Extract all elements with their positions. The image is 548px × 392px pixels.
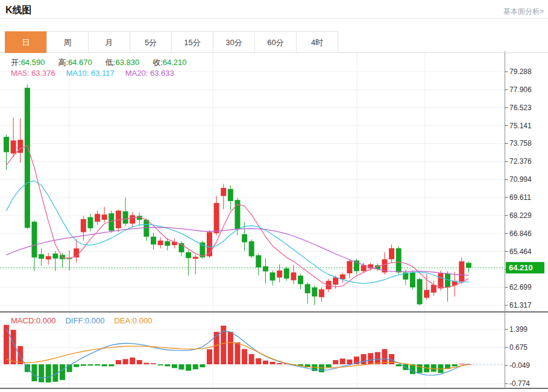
period-tab-5[interactable]: 30分 <box>213 31 255 53</box>
period-tab-3[interactable]: 5分 <box>130 31 172 53</box>
macd-bar <box>95 364 100 366</box>
candle <box>4 137 9 152</box>
axis-tick-label: 72.376 <box>509 157 532 166</box>
macd-bar <box>200 364 205 367</box>
diff-value-number: 0.000 <box>85 316 105 325</box>
candle <box>396 248 402 272</box>
axis-tick-label: 66.846 <box>509 229 532 238</box>
candle <box>270 272 276 280</box>
fundamental-analysis-link[interactable]: 基本面分析> <box>503 7 544 17</box>
ohlc-close-label: 收: <box>153 58 163 67</box>
ma20-value-label: MA20: <box>125 69 148 78</box>
dea-value-number: 0.000 <box>133 316 153 325</box>
diff-value-label: DIFF: <box>65 316 85 325</box>
candle <box>410 272 415 287</box>
macd-bar <box>263 361 268 364</box>
macd-bar <box>452 364 458 366</box>
macd-bar <box>46 364 51 382</box>
macd-bar <box>270 362 276 364</box>
macd-bar <box>277 363 282 364</box>
current-price-text: 64.210 <box>509 263 533 272</box>
macd-bar <box>361 354 367 364</box>
macd-bar <box>109 364 114 366</box>
macd-bar <box>179 364 184 370</box>
candle <box>466 263 471 267</box>
macd-bar <box>249 354 254 364</box>
ohlc-close: 收:64.210 <box>153 58 186 67</box>
candle <box>130 215 135 223</box>
axis-tick-label: 68.229 <box>509 211 532 220</box>
candle <box>312 287 317 296</box>
candle <box>81 219 86 232</box>
macd-value-number: 0.000 <box>36 316 56 325</box>
axis-tick-label: 73.758 <box>509 139 532 148</box>
ohlc-legend: 开:64.590高:64.670低:63.830收:64.210 <box>11 57 200 68</box>
axis-tick-label: 0.675 <box>509 343 528 352</box>
axis-tick-label: 70.994 <box>509 175 532 184</box>
candle <box>31 222 37 257</box>
macd-bar <box>74 364 79 367</box>
axis-tick-label: -0.774 <box>509 379 530 388</box>
candle <box>249 241 254 257</box>
macd-bar <box>165 364 170 366</box>
macd-bar <box>207 349 212 364</box>
macd-bar <box>368 353 373 364</box>
period-tab-2[interactable]: 月 <box>88 31 130 53</box>
macd-bar <box>186 364 191 371</box>
period-tabbar: 日周月5分15分30分60分4时 <box>0 31 548 53</box>
ohlc-high: 高:64.670 <box>58 58 92 67</box>
period-tab-6[interactable]: 60分 <box>254 31 297 53</box>
macd-bar <box>130 358 135 364</box>
candle <box>123 211 128 224</box>
candle <box>52 254 58 258</box>
diff-value: DIFF:0.000 <box>65 316 104 325</box>
dea-value-label: DEA: <box>114 316 132 325</box>
macd-bar <box>60 364 65 380</box>
period-tab-0[interactable]: 日 <box>5 31 47 53</box>
ohlc-low-label: 低: <box>106 58 116 67</box>
ohlc-high-number: 64.670 <box>68 58 92 67</box>
ma-legend: MA5: 63.376MA10: 63.117MA20: 63.633 <box>11 69 185 78</box>
ohlc-low-number: 63.830 <box>115 58 139 67</box>
macd-bar <box>431 364 436 372</box>
dea-value: DEA:0.000 <box>114 316 152 325</box>
ohlc-open-label: 开: <box>11 58 21 67</box>
candle <box>291 272 296 280</box>
candle <box>389 248 394 259</box>
macd-bar <box>102 364 107 366</box>
ma10-value-label: MA10: <box>66 69 89 78</box>
axis-tick-label: 61.317 <box>509 301 532 310</box>
macd-bar <box>31 364 37 381</box>
period-tab-4[interactable]: 15分 <box>171 31 213 53</box>
macd-bar <box>151 363 156 364</box>
macd-bar <box>319 364 324 372</box>
candle <box>347 261 352 273</box>
macd-bar <box>375 352 380 364</box>
period-tab-1[interactable]: 周 <box>46 31 89 53</box>
macd-bar <box>137 360 142 364</box>
period-tab-7[interactable]: 4时 <box>296 31 338 53</box>
macd-bar <box>340 358 345 364</box>
macd-bar <box>116 360 121 364</box>
macd-bar <box>172 364 177 368</box>
candle <box>165 241 170 246</box>
ma5-value-label: MA5: <box>11 69 29 78</box>
axis-tick-label: 62.699 <box>509 283 532 291</box>
candle <box>263 266 268 271</box>
candle <box>143 220 149 237</box>
header-divider <box>0 18 548 19</box>
macd-bar <box>459 364 464 364</box>
candle <box>305 284 310 293</box>
candle <box>214 203 219 233</box>
candle <box>340 275 345 279</box>
candle <box>298 276 303 284</box>
ma10-value: MA10: 63.117 <box>66 69 115 78</box>
macd-bar <box>17 346 23 364</box>
candle <box>221 188 226 196</box>
macd-bar <box>123 359 128 364</box>
ohlc-open: 开:64.590 <box>11 58 45 67</box>
candle <box>102 214 107 220</box>
axis-tick-label: 69.611 <box>509 193 531 202</box>
candle <box>11 140 16 154</box>
candle <box>207 232 212 256</box>
